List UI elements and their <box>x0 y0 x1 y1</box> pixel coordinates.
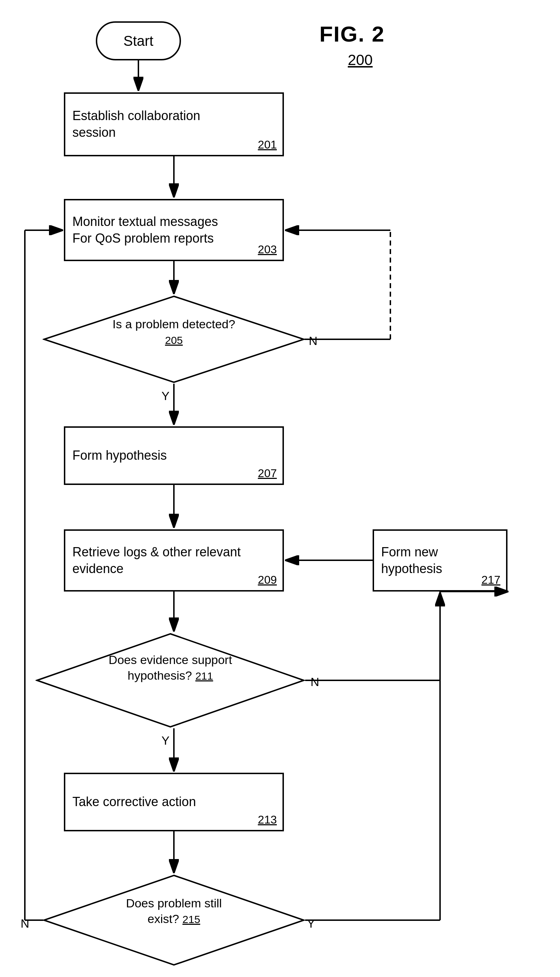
monitor-text: Monitor textual messagesFor QoS problem … <box>72 214 218 247</box>
diamond-problem-still-exist: Does problem stillexist? 215 <box>43 874 305 966</box>
box-retrieve-logs: Retrieve logs & other relevantevidence 2… <box>64 529 284 592</box>
svg-marker-2 <box>44 875 304 965</box>
corrective-action-num: 213 <box>258 813 277 826</box>
start-label: Start <box>123 33 153 49</box>
start-node: Start <box>96 21 181 60</box>
problem-no-label: N <box>309 334 318 348</box>
evidence-yes-label: Y <box>162 734 170 748</box>
figure-title: FIG. 2 <box>319 21 385 47</box>
form-new-hypothesis-num: 217 <box>482 574 500 587</box>
establish-text: Establish collaborationsession <box>72 108 200 141</box>
svg-marker-1 <box>37 634 304 727</box>
box-form-new-hypothesis: Form newhypothesis 217 <box>373 529 507 592</box>
box-form-hypothesis: Form hypothesis 207 <box>64 426 284 485</box>
corrective-action-text: Take corrective action <box>72 794 196 810</box>
monitor-num: 203 <box>258 243 277 256</box>
form-new-hypothesis-text: Form newhypothesis <box>381 544 442 577</box>
problem-yes-label: Y <box>162 389 170 403</box>
svg-marker-0 <box>44 296 304 382</box>
retrieve-logs-text: Retrieve logs & other relevantevidence <box>72 544 241 577</box>
diamond-problem-detected: Is a problem detected? 205 <box>43 295 305 384</box>
form-hypothesis-num: 207 <box>258 467 277 480</box>
still-exist-yes-label: Y <box>307 917 315 930</box>
box-establish: Establish collaborationsession 201 <box>64 92 284 156</box>
box-monitor: Monitor textual messagesFor QoS problem … <box>64 199 284 261</box>
form-hypothesis-text: Form hypothesis <box>72 447 167 464</box>
diamond-evidence-support: Does evidence supporthypothesis? 211 <box>35 632 305 728</box>
establish-num: 201 <box>258 138 277 151</box>
flowchart-diagram: FIG. 2 200 Start Establish collaboration… <box>0 0 560 977</box>
box-corrective-action: Take corrective action 213 <box>64 773 284 831</box>
evidence-no-label: N <box>310 675 319 689</box>
figure-ref: 200 <box>348 52 373 69</box>
retrieve-logs-num: 209 <box>258 574 277 587</box>
still-exist-no-label: N <box>21 917 30 930</box>
